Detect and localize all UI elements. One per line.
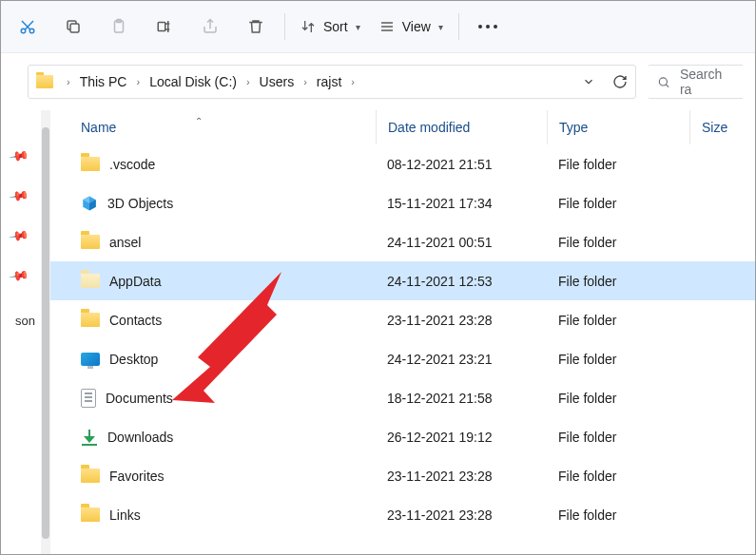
- cell-name: Downloads: [81, 429, 376, 446]
- nav-item-label[interactable]: son: [1, 314, 35, 328]
- breadcrumb-item[interactable]: This PC: [78, 72, 129, 91]
- file-row[interactable]: 3D Objects15-11-2021 17:34File folder: [50, 183, 755, 222]
- cut-button[interactable]: [5, 8, 50, 46]
- file-row[interactable]: Favorites23-11-2021 23:28File folder: [50, 456, 755, 495]
- rename-button[interactable]: [142, 8, 187, 46]
- share-button[interactable]: [187, 8, 233, 46]
- file-row[interactable]: ansel24-11-2021 00:51File folder: [50, 222, 755, 261]
- view-label: View: [402, 19, 431, 34]
- file-row[interactable]: .vscode08-12-2021 21:51File folder: [50, 144, 755, 183]
- more-icon: [478, 25, 497, 29]
- nav-scrollbar[interactable]: [41, 110, 50, 555]
- cell-name: Desktop: [81, 352, 376, 367]
- file-list-pane: Name ⌃ Date modified Type Size .vscode08…: [50, 110, 755, 555]
- pin-icon[interactable]: 📌: [7, 225, 29, 247]
- file-row[interactable]: Downloads26-12-2021 19:12File folder: [50, 417, 755, 456]
- cell-name: .vscode: [81, 157, 376, 172]
- cube-icon: [81, 195, 98, 212]
- cell-name: ansel: [81, 235, 376, 250]
- file-row[interactable]: Documents18-12-2021 21:58File folder: [50, 378, 755, 417]
- folder-icon: [81, 469, 100, 483]
- cell-type: File folder: [547, 430, 689, 445]
- column-label: Type: [559, 120, 588, 135]
- cell-type: File folder: [547, 274, 689, 289]
- pin-icon[interactable]: 📌: [7, 145, 29, 167]
- chevron-down-icon: ▾: [356, 22, 360, 32]
- breadcrumb-item[interactable]: Local Disk (C:): [147, 72, 239, 91]
- chevron-right-icon: ›: [130, 76, 145, 87]
- toolbar-separator: [284, 13, 285, 40]
- chevron-right-icon: ›: [345, 76, 360, 87]
- toolbar-separator: [458, 13, 459, 40]
- search-placeholder: Search ra: [680, 67, 733, 97]
- column-size[interactable]: Size: [689, 110, 755, 144]
- file-name: Desktop: [109, 352, 158, 367]
- file-row[interactable]: Links23-11-2021 23:28File folder: [50, 495, 755, 534]
- svg-rect-2: [70, 24, 79, 32]
- chevron-right-icon: ›: [241, 76, 256, 87]
- file-name: ansel: [109, 235, 141, 250]
- toolbar: Sort ▾ View ▾: [1, 1, 755, 53]
- cell-type: File folder: [547, 352, 689, 367]
- file-name: AppData: [109, 274, 161, 289]
- cell-date: 18-12-2021 21:58: [376, 391, 547, 406]
- cell-type: File folder: [547, 157, 689, 172]
- cell-type: File folder: [547, 235, 689, 250]
- cell-date: 24-11-2021 00:51: [376, 235, 547, 250]
- more-button[interactable]: [465, 8, 511, 46]
- file-row[interactable]: AppData24-11-2021 12:53File folder: [50, 261, 755, 300]
- cell-type: File folder: [547, 313, 689, 328]
- column-label: Name: [81, 120, 116, 135]
- cell-date: 23-11-2021 23:28: [376, 469, 547, 484]
- column-headers: Name ⌃ Date modified Type Size: [50, 110, 755, 144]
- paste-button[interactable]: [96, 8, 142, 46]
- cell-name: Documents: [81, 389, 376, 408]
- file-row[interactable]: Desktop24-12-2021 23:21File folder: [50, 339, 755, 378]
- file-name: 3D Objects: [107, 196, 173, 211]
- cell-name: AppData: [81, 274, 376, 289]
- breadcrumb-item[interactable]: rajst: [315, 72, 343, 91]
- folder-icon: [81, 313, 100, 327]
- folder-icon: [81, 507, 100, 522]
- cell-date: 23-11-2021 23:28: [376, 507, 547, 523]
- scrollbar-thumb[interactable]: [42, 127, 49, 539]
- cell-name: 3D Objects: [81, 195, 376, 212]
- cell-type: File folder: [547, 391, 689, 406]
- file-name: Favorites: [109, 469, 165, 484]
- copy-button[interactable]: [50, 8, 96, 46]
- column-name[interactable]: Name ⌃: [81, 120, 376, 135]
- cell-date: 24-12-2021 23:21: [376, 352, 547, 367]
- file-name: .vscode: [109, 157, 155, 172]
- cell-date: 15-11-2021 17:34: [376, 196, 547, 211]
- breadcrumb-item[interactable]: Users: [258, 72, 297, 91]
- file-name: Links: [109, 507, 141, 523]
- delete-button[interactable]: [233, 8, 279, 46]
- file-rows: .vscode08-12-2021 21:51File folder3D Obj…: [50, 144, 755, 534]
- nav-rail: 📌 📌 📌 📌 son: [1, 110, 35, 555]
- column-date[interactable]: Date modified: [376, 110, 547, 144]
- history-dropdown[interactable]: [582, 75, 595, 88]
- cell-type: File folder: [547, 507, 689, 523]
- cell-date: 24-11-2021 12:53: [376, 274, 547, 289]
- folder-icon: [81, 157, 100, 171]
- file-name: Documents: [106, 391, 173, 406]
- chevron-right-icon: ›: [298, 76, 313, 87]
- pin-icon[interactable]: 📌: [7, 265, 29, 287]
- cell-type: File folder: [547, 469, 689, 484]
- search-input[interactable]: Search ra: [648, 65, 743, 99]
- sort-indicator-icon: ⌃: [195, 116, 203, 126]
- file-row[interactable]: Contacts23-11-2021 23:28File folder: [50, 300, 755, 339]
- view-button[interactable]: View ▾: [370, 8, 453, 46]
- chevron-down-icon: ▾: [438, 22, 443, 32]
- sort-button[interactable]: Sort ▾: [291, 8, 370, 46]
- address-row: › This PC › Local Disk (C:) › Users › ra…: [1, 53, 755, 110]
- pin-icon[interactable]: 📌: [7, 185, 29, 207]
- column-label: Date modified: [388, 120, 470, 135]
- chevron-right-icon: ›: [61, 76, 76, 87]
- desktop-icon: [81, 353, 100, 366]
- breadcrumb[interactable]: › This PC › Local Disk (C:) › Users › ra…: [28, 65, 636, 99]
- folder-icon: [81, 235, 100, 249]
- refresh-button[interactable]: [612, 74, 628, 89]
- search-icon: [657, 75, 670, 89]
- column-type[interactable]: Type: [547, 110, 689, 144]
